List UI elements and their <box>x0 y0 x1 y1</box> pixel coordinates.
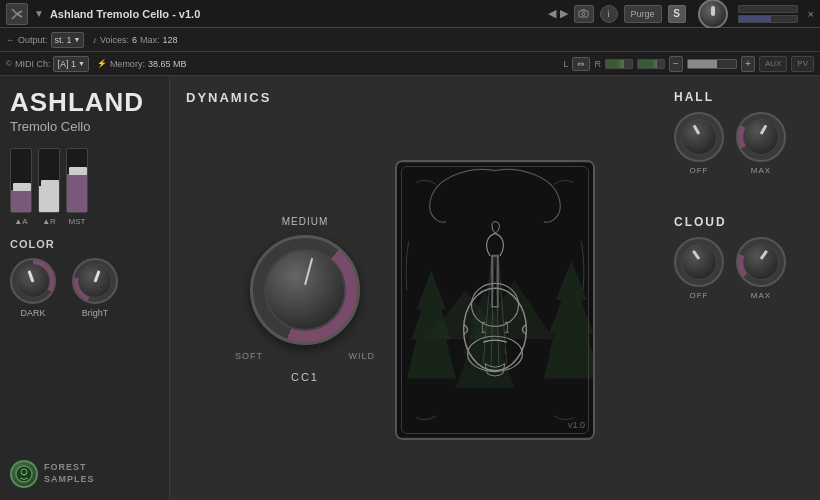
second-row: ← Output: st. 1 ▼ ♪ Voices: 6 Max: 128 <box>0 28 820 52</box>
prev-arrow[interactable]: ◀ <box>548 7 556 20</box>
output-control: ← Output: st. 1 ▼ <box>6 32 84 48</box>
cloud-max-container: MAX <box>736 237 786 300</box>
fader-r-fill <box>39 186 59 211</box>
knob-wild-label: WILD <box>349 351 376 361</box>
memory-label: Memory: <box>110 59 145 69</box>
l-label: L <box>563 59 568 69</box>
r-label: R <box>594 59 601 69</box>
knob-bottom-label: CC1 <box>291 371 319 383</box>
camera-button[interactable] <box>574 5 594 23</box>
fader-section: ▲A ▲R MST <box>10 148 159 226</box>
cloud-max-knob-indicator <box>760 250 768 260</box>
bright-knob-container: BrighT <box>72 258 118 318</box>
instrument-title: ASHLAND <box>10 88 159 117</box>
midi-label: MIDI Ch: <box>15 59 51 69</box>
fader-a-fill <box>11 190 31 212</box>
fader-mst: MST <box>66 148 88 226</box>
dynamics-label: DYNAMICS <box>186 90 644 105</box>
next-arrow[interactable]: ▶ <box>560 7 568 20</box>
instrument-name: Ashland Tremolo Cello - v1.0 <box>50 8 542 20</box>
knob-indicator <box>304 258 313 286</box>
hall-off-container: OFF <box>674 112 724 175</box>
dark-knob-container: DARK <box>10 258 56 318</box>
right-bars <box>738 5 798 23</box>
output-label: Output: <box>18 35 48 45</box>
dynamics-area: MEDIUM SOFT WILD CC1 <box>186 113 644 486</box>
voices-icon: ♪ <box>92 35 97 45</box>
fader-mst-track[interactable] <box>66 148 88 213</box>
voices-control: ♪ Voices: 6 Max: 128 <box>92 35 177 45</box>
center-panel: DYNAMICS MEDIUM SOFT WILD CC1 <box>170 76 660 500</box>
svg-point-1 <box>582 13 585 16</box>
fader-a-thumb[interactable] <box>13 183 31 191</box>
memory-value: 38.65 MB <box>148 59 187 69</box>
bar1 <box>738 5 798 13</box>
color-section: COLOR DARK <box>10 236 159 318</box>
fader-a-label: ▲A <box>14 217 27 226</box>
hall-label: HALL <box>674 90 806 104</box>
cloud-knob-indicator <box>692 250 700 260</box>
fader-r-thumb[interactable] <box>41 180 59 188</box>
knob-soft-label: SOFT <box>235 351 263 361</box>
fader-a-track[interactable] <box>10 148 32 213</box>
lr-controls: L ⇔ R − + AUX PV <box>563 56 814 72</box>
s-button[interactable]: S <box>668 5 686 23</box>
minus-button[interactable]: − <box>669 56 683 72</box>
cloud-off-container: OFF <box>674 237 724 300</box>
svg-rect-0 <box>579 11 588 17</box>
knob-top-label: MEDIUM <box>282 216 329 227</box>
logo-text: FOREST SAMPLES <box>44 462 95 485</box>
aux-button[interactable]: AUX <box>759 56 787 72</box>
output-icon: ← <box>6 35 15 45</box>
bright-label: BrighT <box>82 308 109 318</box>
dark-knob[interactable] <box>10 258 56 304</box>
pv-button[interactable]: PV <box>791 56 814 72</box>
meter-right <box>637 59 665 69</box>
pan-knob[interactable]: ⇔ <box>572 57 590 71</box>
hall-off-knob[interactable] <box>674 112 724 162</box>
dynamics-knob[interactable] <box>250 235 360 345</box>
cloud-max-knob[interactable] <box>736 237 786 287</box>
fader-r: ▲R <box>38 148 60 226</box>
fader-mst-fill <box>67 174 87 212</box>
output-dropdown[interactable]: st. 1 ▼ <box>51 32 85 48</box>
hall-max-knob[interactable] <box>736 112 786 162</box>
hall-knobs: OFF MAX <box>674 112 806 175</box>
nav-arrows: ◀ ▶ <box>548 7 568 20</box>
dark-knob-indicator <box>27 270 34 282</box>
bright-knob[interactable] <box>72 258 118 304</box>
midi-icon: © <box>6 59 12 68</box>
instrument-title-block: ASHLAND Tremolo Cello <box>10 88 159 134</box>
logo-icon <box>10 460 38 488</box>
midi-dropdown[interactable]: [A] 1 ▼ <box>53 56 88 72</box>
version-label: v1.0 <box>568 420 585 430</box>
cloud-section: CLOUD OFF <box>674 215 806 300</box>
hall-max-label: MAX <box>751 166 771 175</box>
hall-knob-indicator <box>693 125 701 135</box>
logo-line2: SAMPLES <box>44 474 95 486</box>
fader-r-track[interactable] <box>38 148 60 213</box>
fader-a: ▲A <box>10 148 32 226</box>
cloud-off-knob[interactable] <box>674 237 724 287</box>
max-label: Max: <box>140 35 160 45</box>
right-panel: HALL OFF <box>660 76 820 500</box>
fader-mst-thumb[interactable] <box>69 167 87 175</box>
left-panel: ASHLAND Tremolo Cello ▲A ▲R <box>0 76 170 500</box>
color-knobs: DARK BrighT <box>10 258 159 318</box>
info-button[interactable]: i <box>600 5 618 23</box>
close-button[interactable]: × <box>808 8 814 20</box>
volume-slider[interactable] <box>687 59 737 69</box>
tune-knob[interactable] <box>698 0 728 29</box>
cello-frame: v1.0 <box>395 160 595 440</box>
purge-button[interactable]: Purge <box>624 5 662 23</box>
midi-dropdown-arrow: ▼ <box>78 60 85 67</box>
cloud-max-label: MAX <box>751 291 771 300</box>
instrument-subtitle: Tremolo Cello <box>10 119 159 134</box>
hall-max-container: MAX <box>736 112 786 175</box>
third-row: © MIDI Ch: [A] 1 ▼ ⚡ Memory: 38.65 MB L … <box>0 52 820 76</box>
dropdown-arrow[interactable]: ▼ <box>34 8 44 19</box>
cloud-label: CLOUD <box>674 215 806 229</box>
plus-button[interactable]: + <box>741 56 755 72</box>
knob-side-labels: SOFT WILD <box>235 351 375 361</box>
memory-icon: ⚡ <box>97 59 107 68</box>
